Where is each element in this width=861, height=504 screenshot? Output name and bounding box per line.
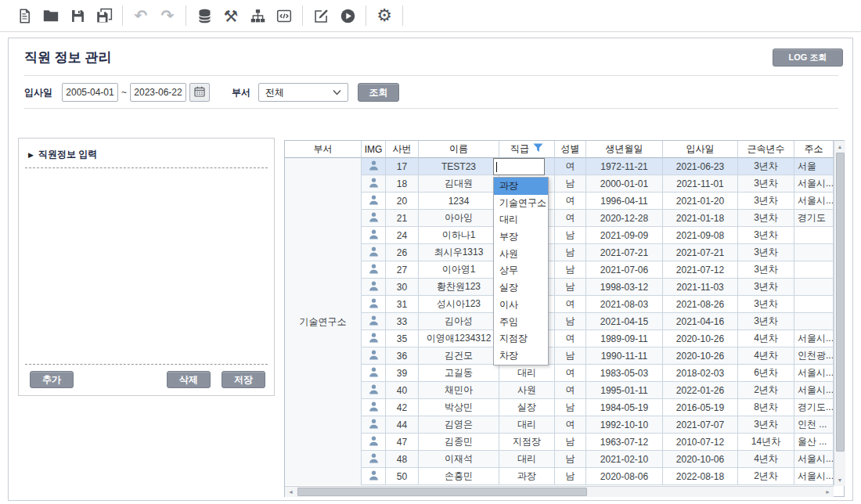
log-search-button[interactable]: LOG 조회 xyxy=(773,49,843,67)
table-row[interactable]: 50손흥민과장남2020-08-062022-08-182년차서울시... xyxy=(362,468,834,485)
table-row[interactable]: 36김건모남1990-11-112020-10-264년차인천광... xyxy=(362,347,834,365)
column-header-label: 직급 xyxy=(510,142,529,156)
scroll-down-icon[interactable]: ▼ xyxy=(834,474,845,486)
column-header-3[interactable]: 사번 xyxy=(386,141,419,158)
cell-join_date: 2022-01-26 xyxy=(663,382,738,399)
dropdown-item[interactable]: 주임 xyxy=(494,314,548,331)
toolbar-divider xyxy=(302,5,303,26)
dropdown-item[interactable]: 이사 xyxy=(494,297,548,314)
cell-gender: 남 xyxy=(555,244,586,261)
add-button[interactable]: 추가 xyxy=(30,371,74,388)
table-row[interactable]: 39고길동대리여1983-05-032018-02-036년차서울시... xyxy=(362,365,834,382)
dept-select[interactable]: 전체 xyxy=(258,83,348,102)
database-icon[interactable] xyxy=(191,4,218,27)
calendar-button[interactable] xyxy=(189,83,210,102)
table-row[interactable]: 35이영애1234312여1989-09-112020-10-264년차서울시.… xyxy=(362,330,834,347)
save-button[interactable]: 저장 xyxy=(222,371,265,388)
sitemap-icon[interactable] xyxy=(244,4,271,27)
cell-emp_no: 31 xyxy=(386,296,419,313)
cell-years: 3년차 xyxy=(738,175,794,193)
scroll-right-icon[interactable]: ► xyxy=(822,487,834,497)
position-edit-input[interactable] xyxy=(493,158,545,175)
cell-join_date: 2021-07-12 xyxy=(663,261,738,279)
column-header-10[interactable]: 주소 xyxy=(794,141,834,158)
cell-emp_no: 50 xyxy=(386,468,419,485)
cell-address: 서울시... xyxy=(794,451,834,468)
cell-emp_no: 20 xyxy=(386,193,419,210)
horizontal-scroll-thumb[interactable] xyxy=(297,488,587,496)
table-row[interactable]: 24이하나1남2021-09-092021-09-083년차 xyxy=(362,227,834,244)
person-icon xyxy=(368,418,380,432)
run-icon[interactable] xyxy=(334,4,361,27)
cell-birth_date: 2021-07-06 xyxy=(586,261,663,279)
cell-gender: 여 xyxy=(555,193,586,210)
cell-join_date: 2021-01-20 xyxy=(663,193,738,210)
table-row[interactable]: 47김종민지점장남1963-07-122010-07-1214년차울산 ... xyxy=(362,434,834,451)
vertical-scroll-thumb[interactable] xyxy=(836,153,845,452)
table-row[interactable]: 18김대원남2000-01-012021-11-013년차서울시... xyxy=(362,175,834,193)
column-header-label: 주소 xyxy=(805,142,823,156)
person-icon xyxy=(368,160,380,174)
column-header-5[interactable]: 직급 xyxy=(499,141,555,158)
dropdown-item[interactable]: 대리 xyxy=(494,211,548,229)
dropdown-item[interactable]: 실장 xyxy=(494,279,548,297)
column-header-6[interactable]: 성별 xyxy=(555,141,586,158)
column-header-2[interactable]: IMG xyxy=(362,141,386,158)
new-document-icon[interactable] xyxy=(11,4,38,27)
dropdown-item[interactable]: 차장 xyxy=(494,347,548,365)
settings-icon[interactable]: ⚙ xyxy=(371,4,398,27)
department-group-cell[interactable]: 기술연구소 xyxy=(285,158,362,485)
search-button[interactable]: 조회 xyxy=(358,83,399,102)
cell-emp_no: 47 xyxy=(386,434,419,451)
save-all-icon[interactable] xyxy=(91,4,117,27)
scroll-left-icon[interactable]: ◄ xyxy=(285,487,297,497)
table-row[interactable]: 30황찬원123남1998-03-122021-11-033년차 xyxy=(362,279,834,296)
toolbar-divider xyxy=(402,5,403,26)
filter-funnel-icon[interactable] xyxy=(533,143,543,155)
cell-birth_date: 2021-08-03 xyxy=(586,296,663,313)
cell-name: 손흥민 xyxy=(419,468,499,485)
table-row[interactable]: 27이아영1남2021-07-062021-07-123년차 xyxy=(362,261,834,279)
column-header-label: 부서 xyxy=(314,142,333,156)
dropdown-item[interactable]: 사원 xyxy=(494,246,548,263)
tools-icon[interactable]: ⚒ xyxy=(218,4,244,27)
save-icon[interactable] xyxy=(64,4,91,27)
column-header-8[interactable]: 입사일 xyxy=(663,141,738,158)
column-header-1[interactable]: 부서 xyxy=(285,141,362,158)
cell-years: 2년차 xyxy=(738,468,794,485)
edit-icon[interactable] xyxy=(308,4,334,27)
table-row[interactable]: 201234여1996-04-112021-01-203년차서울시... xyxy=(362,193,834,210)
table-row[interactable]: 48이재석대리남2021-02-102020-10-064년차서울시... xyxy=(362,451,834,468)
table-row[interactable]: 17TEST23여1972-11-212021-06-233년차서울 xyxy=(362,158,834,175)
scroll-up-icon[interactable]: ▲ xyxy=(834,141,845,153)
open-folder-icon[interactable] xyxy=(38,4,64,27)
horizontal-scrollbar[interactable]: ◄ ► xyxy=(285,486,834,497)
date-from-input[interactable] xyxy=(62,83,118,102)
form-panel-header[interactable]: ▶ 직원정보 입력 xyxy=(19,139,274,167)
column-header-4[interactable]: 이름 xyxy=(419,141,499,158)
code-editor-icon[interactable] xyxy=(271,4,297,27)
table-row[interactable]: 42박상민실장남1984-05-192016-05-198년차경기도... xyxy=(362,399,834,416)
person-icon xyxy=(368,332,380,346)
dropdown-item[interactable]: 부장 xyxy=(494,229,548,246)
dropdown-item[interactable]: 지점장 xyxy=(494,330,548,347)
column-header-7[interactable]: 생년월일 xyxy=(586,141,663,158)
dropdown-item[interactable]: 기술연구소 xyxy=(494,195,548,212)
table-row[interactable]: 40채민아사원여1995-01-112022-01-262년차서울시... xyxy=(362,382,834,399)
dropdown-item[interactable]: 과장 xyxy=(494,178,548,195)
delete-button[interactable]: 삭제 xyxy=(167,371,211,388)
cell-years: 3년차 xyxy=(738,227,794,244)
table-row[interactable]: 33김아성남2021-04-152021-04-163년차 xyxy=(362,313,834,330)
date-to-input[interactable] xyxy=(130,83,186,102)
cell-img xyxy=(362,158,386,175)
table-row[interactable]: 44김영은대리여1992-10-102021-07-073년차인천 ... xyxy=(362,416,834,434)
dropdown-item[interactable]: 상무 xyxy=(494,262,548,279)
cell-years: 6년차 xyxy=(738,365,794,382)
table-row[interactable]: 21아아잉여2020-12-282021-01-183년차경기도 xyxy=(362,210,834,227)
vertical-scrollbar[interactable]: ▲ ▼ xyxy=(834,141,845,486)
person-icon xyxy=(368,297,380,311)
column-header-9[interactable]: 근속년수 xyxy=(738,141,794,158)
cell-address: 인천광... xyxy=(794,347,834,365)
table-row[interactable]: 31성시아123여2021-08-032021-08-263년차 xyxy=(362,296,834,313)
table-row[interactable]: 26최시우1313남2021-07-212021-07-213년차 xyxy=(362,244,834,261)
